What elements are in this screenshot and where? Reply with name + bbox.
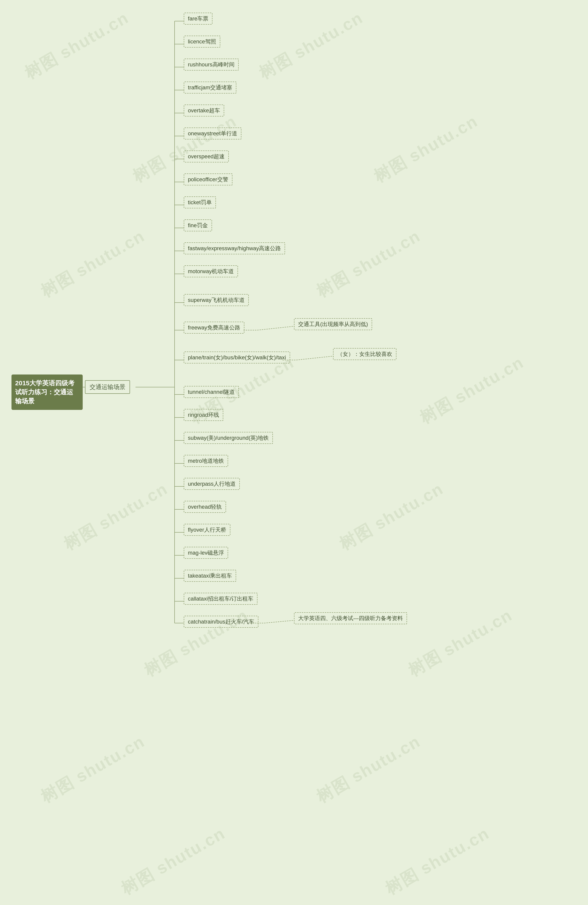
leaf-plane: plane/train(女)/bus/bike(女)/walk(女)/taxi bbox=[184, 351, 290, 364]
leaf-onewaystreet: onewaystreet单行道 bbox=[184, 127, 241, 140]
leaf-ringroad: ringroad环线 bbox=[184, 409, 223, 421]
leaf-rushhours: rushhours高峰时间 bbox=[184, 59, 239, 70]
watermark: 树图 shutu.cn bbox=[416, 351, 528, 429]
svg-line-32 bbox=[296, 356, 333, 360]
leaf-policeofficer: policeofficer交警 bbox=[184, 173, 233, 186]
subleaf-college-exam: 大学英语四、六级考试---四级听力备考资料 bbox=[294, 612, 407, 624]
root-label: 2015大学英语四级考试听力练习：交通运输场景 bbox=[15, 379, 74, 405]
subleaf-female: （女）：女生比较喜欢 bbox=[333, 348, 396, 360]
connector-lines bbox=[0, 0, 588, 905]
leaf-superway: superway飞机机动车道 bbox=[184, 294, 249, 306]
category-node: 交通运输场景 bbox=[85, 380, 130, 394]
watermark: 树图 shutu.cn bbox=[370, 110, 482, 187]
leaf-callataxi: callataxi招出租车/订出租车 bbox=[184, 593, 257, 605]
root-node: 2015大学英语四级考试听力练习：交通运输场景 bbox=[11, 375, 83, 410]
watermark: 树图 shutu.cn bbox=[21, 7, 133, 84]
leaf-takeataxi: takeataxi乘出租车 bbox=[184, 570, 236, 582]
leaf-tunnel: tunnel/channel隧道 bbox=[184, 386, 239, 398]
watermark: 树图 shutu.cn bbox=[37, 730, 149, 808]
leaf-catchatrain: catchatrain/bus赶火车/汽车 bbox=[184, 616, 258, 628]
watermark: 树图 shutu.cn bbox=[381, 822, 493, 900]
mind-map-container: 树图 shutu.cn 树图 shutu.cn 树图 shutu.cn 树图 s… bbox=[0, 0, 588, 905]
svg-line-30 bbox=[257, 326, 294, 330]
watermark: 树图 shutu.cn bbox=[37, 225, 149, 302]
svg-line-34 bbox=[264, 620, 294, 623]
leaf-fastway: fastway/expressway/highway高速公路 bbox=[184, 242, 285, 254]
leaf-overhead: overhead轻轨 bbox=[184, 501, 226, 513]
watermark: 树图 shutu.cn bbox=[60, 478, 172, 555]
leaf-subway: subway(美)/underground(英)地铁 bbox=[184, 432, 273, 444]
watermark: 树图 shutu.cn bbox=[404, 604, 516, 681]
watermark: 树图 shutu.cn bbox=[312, 225, 425, 302]
leaf-maglev: mag-lev磁悬浮 bbox=[184, 547, 228, 559]
watermark: 树图 shutu.cn bbox=[255, 7, 367, 84]
subleaf-traffic-tools: 交通工具(出现频率从高到低) bbox=[294, 318, 372, 330]
watermark: 树图 shutu.cn bbox=[117, 822, 229, 900]
leaf-overspeed: overspeed超速 bbox=[184, 151, 229, 162]
leaf-metro: metro地道地铁 bbox=[184, 455, 228, 467]
leaf-motorway: motorway机动车道 bbox=[184, 265, 238, 277]
leaf-overtake: overtake超车 bbox=[184, 105, 224, 116]
leaf-fare: fare车票 bbox=[184, 13, 212, 25]
watermark: 树图 shutu.cn bbox=[312, 730, 425, 808]
leaf-flyover: flyover人行天桥 bbox=[184, 524, 230, 536]
leaf-licence: licence驾照 bbox=[184, 36, 220, 48]
leaf-freeway: freeway免费高速公路 bbox=[184, 322, 244, 333]
leaf-fine: fine罚金 bbox=[184, 219, 212, 231]
category-label: 交通运输场景 bbox=[90, 383, 125, 391]
watermark: 树图 shutu.cn bbox=[335, 478, 447, 555]
leaf-underpass: underpass人行地道 bbox=[184, 478, 240, 490]
leaf-trafficjam: trafficjam交通堵塞 bbox=[184, 81, 236, 94]
leaf-ticket: ticket罚单 bbox=[184, 197, 216, 208]
